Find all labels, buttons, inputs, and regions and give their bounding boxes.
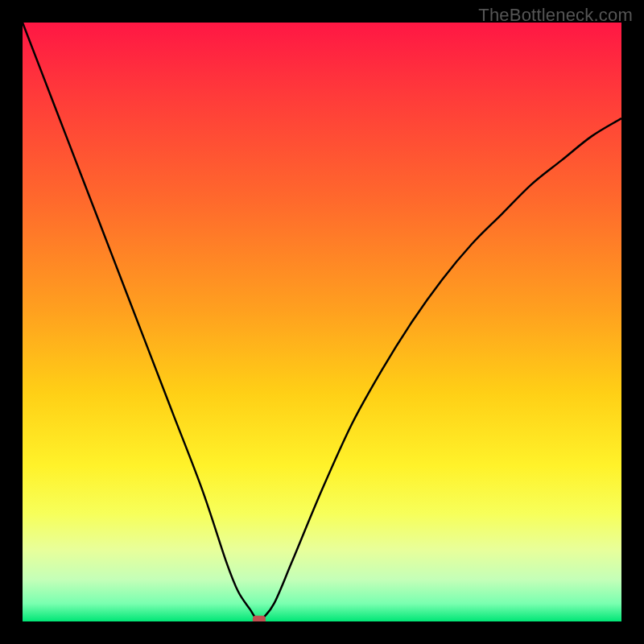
gradient-background — [23, 23, 621, 621]
watermark-text: TheBottleneck.com — [478, 5, 633, 26]
chart-plot-area — [23, 23, 621, 621]
chart-svg — [23, 23, 621, 621]
optimal-point-marker — [253, 616, 266, 621]
